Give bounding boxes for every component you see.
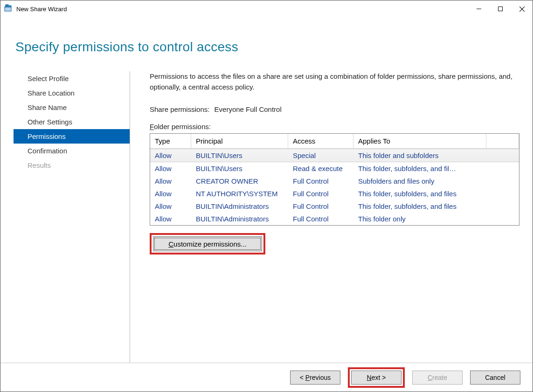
close-button[interactable]	[511, 1, 533, 16]
next-button[interactable]: Next >	[351, 371, 401, 385]
step-results: Results	[14, 158, 130, 172]
description-text: Permissions to access the files on a sha…	[150, 71, 519, 92]
col-applies[interactable]: Applies To	[353, 134, 486, 149]
table-row[interactable]: Allow BUILTIN\Users Read & execute This …	[150, 162, 519, 175]
right-pane: Permissions to access the files on a sha…	[130, 71, 519, 363]
app-icon	[4, 4, 13, 14]
table-row[interactable]: Allow NT AUTHORITY\SYSTEM Full Control T…	[150, 187, 519, 200]
step-share-name[interactable]: Share Name	[14, 100, 130, 115]
table-body: Allow BUILTIN\Users Special This folder …	[150, 149, 519, 225]
share-permissions: Share permissions: Everyone Full Control	[150, 105, 519, 113]
previous-button[interactable]: < Previous	[290, 371, 340, 385]
table-row[interactable]: Allow CREATOR OWNER Full Control Subfold…	[150, 175, 519, 187]
table-row[interactable]: Allow BUILTIN\Users Special This folder …	[150, 149, 519, 162]
table-row[interactable]: Allow BUILTIN\Administrators Full Contro…	[150, 200, 519, 213]
step-other-settings[interactable]: Other Settings	[14, 115, 130, 129]
wizard-window: New Share Wizard Specify permissions to …	[0, 0, 533, 392]
share-perm-value: Everyone Full Control	[215, 105, 282, 113]
svg-rect-3	[498, 7, 503, 11]
table-header: Type Principal Access Applies To	[150, 134, 519, 149]
customize-highlight: Customize permissions...	[150, 233, 265, 254]
share-perm-label: Share permissions:	[150, 105, 209, 113]
step-select-profile[interactable]: Select Profile	[14, 71, 130, 86]
window-title: New Share Wizard	[16, 6, 67, 13]
footer: < Previous Next > Create Cancel	[0, 363, 533, 392]
title-left: New Share Wizard	[4, 4, 67, 14]
cancel-button[interactable]: Cancel	[470, 371, 520, 385]
content-area: Specify permissions to control access Se…	[0, 17, 533, 363]
table-row[interactable]: Allow BUILTIN\Administrators Full Contro…	[150, 213, 519, 225]
titlebar: New Share Wizard	[0, 0, 533, 17]
customize-permissions-button[interactable]: Customize permissions...	[153, 236, 262, 251]
window-controls	[468, 1, 533, 16]
main-row: Select Profile Share Location Share Name…	[14, 71, 519, 363]
col-type[interactable]: Type	[150, 134, 191, 149]
col-spacer	[486, 134, 519, 149]
maximize-button[interactable]	[490, 1, 511, 16]
folder-perm-label: Folder permissions:	[150, 123, 519, 131]
next-highlight: Next >	[348, 367, 405, 388]
svg-rect-1	[5, 7, 11, 11]
step-permissions[interactable]: Permissions	[14, 129, 130, 144]
wizard-steps: Select Profile Share Location Share Name…	[14, 71, 130, 363]
col-access[interactable]: Access	[288, 134, 353, 149]
col-principal[interactable]: Principal	[191, 134, 288, 149]
step-confirmation[interactable]: Confirmation	[14, 144, 130, 158]
create-button: Create	[412, 371, 463, 385]
page-heading: Specify permissions to control access	[15, 40, 519, 55]
permissions-table[interactable]: Type Principal Access Applies To Allow B…	[150, 133, 519, 226]
step-share-location[interactable]: Share Location	[14, 86, 130, 100]
minimize-button[interactable]	[468, 1, 490, 16]
